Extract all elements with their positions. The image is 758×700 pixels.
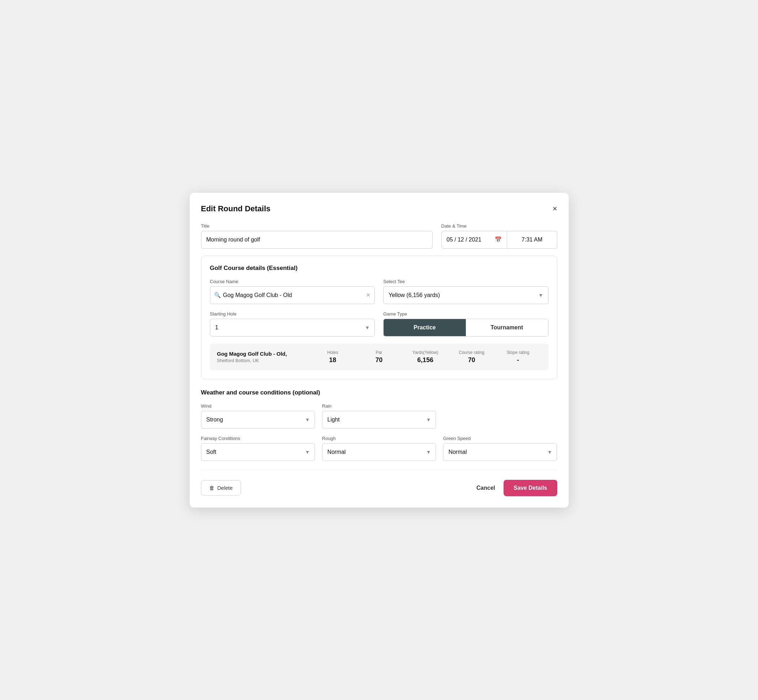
course-name-input[interactable] (210, 286, 375, 304)
course-info-bar: Gog Magog Golf Club - Old, Shelford Bott… (210, 344, 548, 370)
close-button[interactable]: × (553, 205, 557, 213)
wind-label: Wind (201, 403, 315, 409)
game-type-label: Game Type (383, 311, 548, 317)
select-tee-label: Select Tee (383, 279, 548, 284)
modal-header: Edit Round Details × (201, 204, 557, 213)
starting-hole-dropdown[interactable]: 1234 5678 910 (210, 319, 375, 336)
hole-gametype-row: Starting Hole 1234 5678 910 ▼ Game Type … (210, 311, 548, 336)
green-speed-dropdown[interactable]: SlowNormalFastVery Fast (443, 443, 557, 461)
holes-value: 18 (310, 356, 356, 364)
fairway-group: Fairway Conditions SoftNormalHardWet ▼ (201, 436, 315, 461)
rain-wrapper: NoneLightModerateHeavy ▼ (322, 411, 436, 429)
cancel-button[interactable]: Cancel (476, 485, 495, 491)
golf-course-section: Golf Course details (Essential) Course N… (201, 256, 557, 379)
wind-wrapper: NoneLightModerateStrongVery Strong ▼ (201, 411, 315, 429)
delete-label: Delete (218, 485, 233, 491)
course-rating-label: Course rating (448, 350, 495, 355)
delete-button[interactable]: 🗑 Delete (201, 480, 241, 495)
fairway-label: Fairway Conditions (201, 436, 315, 441)
date-time-fields: 05 / 12 / 2021 📅 7:31 AM (441, 231, 557, 248)
course-rating-stat: Course rating 70 (448, 350, 495, 364)
title-input[interactable] (201, 231, 433, 248)
yards-label: Yards(Yellow) (402, 350, 448, 355)
datetime-label: Date & Time (441, 223, 557, 229)
yards-stat: Yards(Yellow) 6,156 (402, 350, 448, 364)
select-tee-dropdown[interactable]: Yellow (6,156 yards) White Red Blue (383, 286, 548, 304)
course-search-wrapper: 🔍 ✕ (210, 286, 375, 304)
starting-hole-label: Starting Hole (210, 311, 375, 317)
par-label: Par (356, 350, 402, 355)
rain-group: Rain NoneLightModerateHeavy ▼ (322, 403, 436, 429)
fairway-dropdown[interactable]: SoftNormalHardWet (201, 443, 315, 461)
footer-row: 🗑 Delete Cancel Save Details (201, 480, 557, 496)
date-field[interactable]: 05 / 12 / 2021 📅 (441, 231, 507, 248)
time-value: 7:31 AM (522, 236, 543, 243)
slope-rating-value: - (495, 356, 541, 364)
rough-group: Rough ShortNormalLong ▼ (322, 436, 436, 461)
course-tee-row: Course Name 🔍 ✕ Select Tee Yellow (6,156… (210, 279, 548, 304)
conditions-row: Fairway Conditions SoftNormalHardWet ▼ R… (201, 436, 557, 461)
course-info-location: Shelford Bottom, UK (217, 358, 310, 363)
rain-label: Rain (322, 403, 436, 409)
par-value: 70 (356, 356, 402, 364)
clear-icon[interactable]: ✕ (366, 292, 370, 298)
modal-title: Edit Round Details (201, 204, 271, 213)
wind-group: Wind NoneLightModerateStrongVery Strong … (201, 403, 315, 429)
course-rating-value: 70 (448, 356, 495, 364)
rain-dropdown[interactable]: NoneLightModerateHeavy (322, 411, 436, 429)
time-field[interactable]: 7:31 AM (507, 231, 557, 248)
search-icon: 🔍 (214, 292, 221, 298)
datetime-group: Date & Time 05 / 12 / 2021 📅 7:31 AM (441, 223, 557, 248)
title-group: Title (201, 223, 433, 248)
calendar-icon: 📅 (495, 236, 502, 243)
select-tee-group: Select Tee Yellow (6,156 yards) White Re… (383, 279, 548, 304)
footer-right-actions: Cancel Save Details (476, 480, 557, 496)
golf-section-title: Golf Course details (Essential) (210, 265, 548, 272)
wind-rain-row: Wind NoneLightModerateStrongVery Strong … (201, 403, 557, 429)
weather-section: Weather and course conditions (optional)… (201, 389, 557, 461)
date-value: 05 / 12 / 2021 (446, 236, 481, 243)
rough-dropdown[interactable]: ShortNormalLong (322, 443, 436, 461)
rough-wrapper: ShortNormalLong ▼ (322, 443, 436, 461)
slope-rating-label: Slope rating (495, 350, 541, 355)
holes-stat: Holes 18 (310, 350, 356, 364)
course-name-group: Course Name 🔍 ✕ (210, 279, 375, 304)
starting-hole-group: Starting Hole 1234 5678 910 ▼ (210, 311, 375, 336)
game-type-group: Game Type Practice Tournament (383, 311, 548, 336)
save-button[interactable]: Save Details (504, 480, 557, 496)
yards-value: 6,156 (402, 356, 448, 364)
trash-icon: 🗑 (209, 485, 215, 491)
green-speed-wrapper: SlowNormalFastVery Fast ▼ (443, 443, 557, 461)
course-name-label: Course Name (210, 279, 375, 284)
course-info-name-group: Gog Magog Golf Club - Old, Shelford Bott… (217, 351, 310, 363)
starting-hole-wrapper: 1234 5678 910 ▼ (210, 319, 375, 336)
fairway-wrapper: SoftNormalHardWet ▼ (201, 443, 315, 461)
title-date-row: Title Date & Time 05 / 12 / 2021 📅 7:31 … (201, 223, 557, 248)
course-info-name: Gog Magog Golf Club - Old, (217, 351, 310, 357)
practice-toggle-btn[interactable]: Practice (384, 319, 466, 336)
weather-title: Weather and course conditions (optional) (201, 389, 557, 396)
green-speed-label: Green Speed (443, 436, 557, 441)
holes-label: Holes (310, 350, 356, 355)
select-tee-wrapper: Yellow (6,156 yards) White Red Blue ▼ (383, 286, 548, 304)
game-type-toggle: Practice Tournament (383, 319, 548, 336)
edit-round-modal: Edit Round Details × Title Date & Time 0… (190, 193, 568, 508)
tournament-toggle-btn[interactable]: Tournament (466, 319, 548, 336)
rough-label: Rough (322, 436, 436, 441)
par-stat: Par 70 (356, 350, 402, 364)
wind-dropdown[interactable]: NoneLightModerateStrongVery Strong (201, 411, 315, 429)
green-speed-group: Green Speed SlowNormalFastVery Fast ▼ (443, 436, 557, 461)
slope-rating-stat: Slope rating - (495, 350, 541, 364)
title-label: Title (201, 223, 433, 229)
